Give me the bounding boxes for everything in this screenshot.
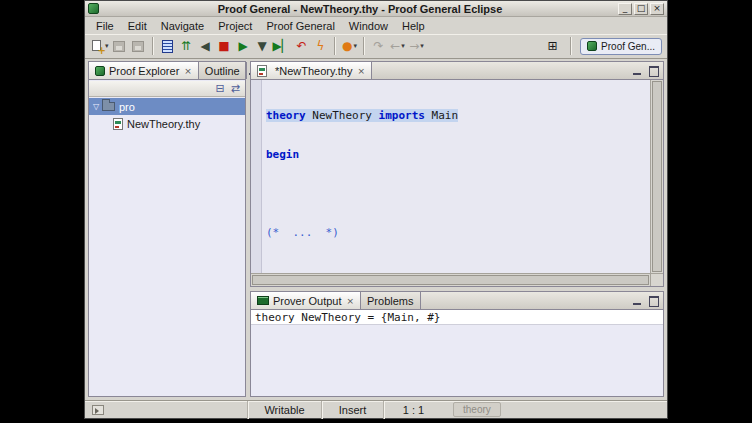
collapse-all-icon[interactable]: ⊟ <box>216 82 225 95</box>
menu-project[interactable]: Project <box>211 19 259 33</box>
tab-newtheory-editor[interactable]: *NewTheory.thy × <box>251 62 372 79</box>
chevron-down-icon: ▾ <box>353 42 357 50</box>
statusbar-left <box>85 405 247 415</box>
tree-item-theory-file[interactable]: NewTheory.thy <box>89 115 245 132</box>
menu-proof-general[interactable]: Proof General <box>259 19 341 33</box>
vertical-scrollbar[interactable] <box>650 80 663 273</box>
keyword-token: begin <box>266 148 299 161</box>
scrollbar-thumb[interactable] <box>252 275 649 285</box>
writable-status: Writable <box>247 401 321 419</box>
statusbar: Writable Insert 1 : 1 theory <box>85 400 667 418</box>
tab-proof-explorer[interactable]: Proof Explorer × <box>89 62 199 79</box>
last-edit-location-button[interactable]: ↷ <box>369 36 388 56</box>
toolbar-separator <box>152 37 154 55</box>
editor-tabrow: *NewTheory.thy × <box>251 62 663 80</box>
minimize-view-icon[interactable] <box>631 65 643 76</box>
prover-output-line: theory NewTheory = {Main, #} <box>251 310 663 325</box>
tab-problems[interactable]: Problems <box>361 292 420 309</box>
minimize-button[interactable]: _ <box>618 3 632 15</box>
identifier-token: Main <box>425 109 458 122</box>
prover-tabrow: Prover Output × Problems <box>251 292 663 310</box>
perspective-proof-general[interactable]: Proof Gen... <box>580 38 662 55</box>
menu-file[interactable]: File <box>89 19 121 33</box>
print-button[interactable] <box>129 36 148 56</box>
tab-label: *NewTheory.thy <box>275 65 352 77</box>
folder-icon <box>102 102 115 111</box>
editor-text-area[interactable]: theory NewTheory imports Main begin (* .… <box>251 80 663 286</box>
tab-label: Proof Explorer <box>109 65 179 77</box>
back-icon: ← <box>390 39 400 53</box>
close-icon[interactable]: × <box>357 66 365 76</box>
undo-step-button[interactable]: ◀ <box>196 36 215 56</box>
scrollbar-thumb[interactable] <box>652 81 662 272</box>
chevron-down-icon: ▾ <box>401 42 405 50</box>
tab-label: Prover Output <box>273 295 341 307</box>
minimize-view-icon[interactable] <box>631 295 643 306</box>
menu-window[interactable]: Window <box>342 19 395 33</box>
app-icon <box>88 3 99 14</box>
open-theory-button[interactable] <box>158 36 177 56</box>
close-icon[interactable]: × <box>184 66 192 76</box>
save-icon <box>113 41 125 52</box>
proof-explorer-icon <box>95 66 105 76</box>
proof-explorer-view: Proof Explorer × Outline ⊟ ⇄ ▽ <box>88 61 246 397</box>
tree-item-project[interactable]: ▽ pro <box>89 98 245 115</box>
tab-prover-output[interactable]: Prover Output × <box>251 292 361 309</box>
run-icon: ● <box>342 39 352 53</box>
prover-output-view: Prover Output × Problems theory NewTheor… <box>250 291 664 397</box>
restart-prover-button[interactable]: ↶ <box>292 36 311 56</box>
run-button[interactable]: ● ▾ <box>340 36 359 56</box>
horizontal-scrollbar[interactable] <box>251 273 650 286</box>
new-wizard-button[interactable]: + ▾ <box>90 36 110 56</box>
menu-edit[interactable]: Edit <box>121 19 154 33</box>
retract-all-button[interactable]: ⇈ <box>177 36 196 56</box>
close-button[interactable]: × <box>650 3 664 15</box>
expander-icon[interactable]: ▽ <box>89 102 101 111</box>
link-with-editor-icon[interactable]: ⇄ <box>231 82 240 95</box>
app-window: Proof General - NewTheory.thy - Proof Ge… <box>84 0 668 419</box>
theory-file-icon <box>257 65 267 77</box>
fast-view-icon[interactable] <box>92 405 104 415</box>
new-icon: + <box>91 39 104 53</box>
tab-label: Outline <box>205 65 240 77</box>
workbench-area: Proof Explorer × Outline ⊟ ⇄ ▽ <box>85 59 667 399</box>
keyword-token: imports <box>379 109 425 122</box>
theory-file-icon <box>113 118 123 130</box>
comment-token: (* ... *) <box>266 226 339 239</box>
close-icon[interactable]: × <box>346 296 354 306</box>
forward-history-button[interactable]: → ▾ <box>407 36 426 56</box>
open-perspective-button[interactable]: ⊞ <box>543 36 562 56</box>
editor-view: *NewTheory.thy × theory NewTheory import… <box>250 61 664 287</box>
print-icon <box>132 41 144 52</box>
theory-document-icon <box>162 40 173 53</box>
explorer-tabrow: Proof Explorer × Outline <box>89 62 245 80</box>
maximize-view-icon[interactable] <box>647 295 659 306</box>
process-to-point-button[interactable]: ▼ <box>253 36 272 56</box>
perspective-bar: ⊞ Proof Gen... <box>543 36 662 56</box>
right-column: *NewTheory.thy × theory NewTheory import… <box>250 61 664 397</box>
insert-mode-status: Insert <box>321 401 383 419</box>
caret-position-status: 1 : 1 <box>383 401 443 419</box>
interrupt-button[interactable]: ϟ <box>311 36 330 56</box>
forward-icon: → <box>409 39 419 53</box>
back-history-button[interactable]: ← ▾ <box>388 36 407 56</box>
annotation-ruler[interactable] <box>251 80 262 273</box>
prover-output-area[interactable]: theory NewTheory = {Main, #} <box>251 310 663 396</box>
maximize-button[interactable]: □ <box>634 3 648 15</box>
project-label: pro <box>119 101 135 113</box>
next-step-button[interactable]: ▶ <box>234 36 253 56</box>
save-button[interactable] <box>110 36 129 56</box>
stop-button[interactable]: ■ <box>215 36 234 56</box>
explorer-toolbar: ⊟ ⇄ <box>89 81 245 97</box>
tab-outline[interactable]: Outline <box>199 62 247 79</box>
titlebar[interactable]: Proof General - NewTheory.thy - Proof Ge… <box>85 1 667 17</box>
toolbar-separator <box>363 37 365 55</box>
menu-navigate[interactable]: Navigate <box>154 19 211 33</box>
scrollbar-corner <box>650 273 663 286</box>
menubar: File Edit Navigate Project Proof General… <box>85 18 667 34</box>
maximize-view-icon[interactable] <box>647 65 659 76</box>
project-tree: ▽ pro NewTheory.thy <box>89 98 245 396</box>
menu-help[interactable]: Help <box>395 19 432 33</box>
proof-general-perspective-icon <box>587 41 597 51</box>
process-all-button[interactable]: ▶▏ <box>272 36 292 56</box>
